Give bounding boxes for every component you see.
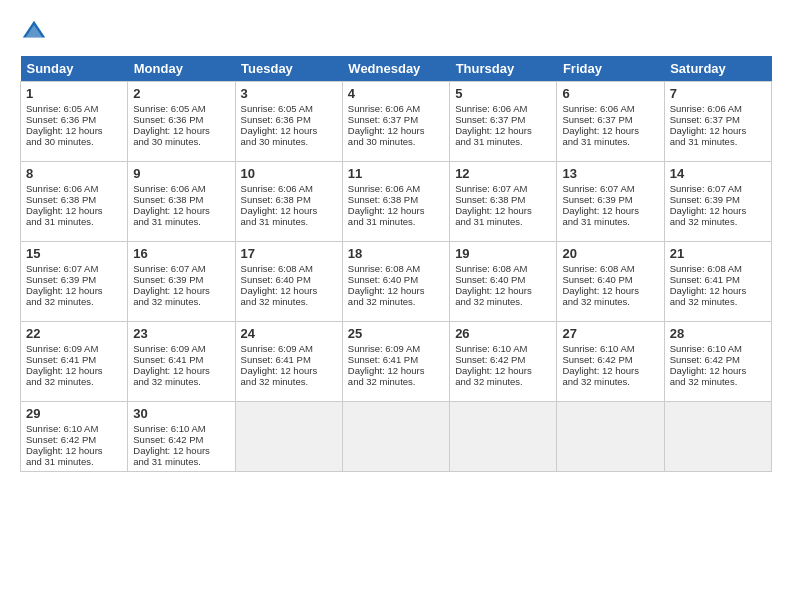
day-number: 15: [26, 246, 122, 261]
cell-info: Sunrise: 6:09 AM: [133, 343, 229, 354]
day-number: 1: [26, 86, 122, 101]
cell-info: Sunset: 6:38 PM: [455, 194, 551, 205]
day-number: 7: [670, 86, 766, 101]
day-number: 21: [670, 246, 766, 261]
day-number: 14: [670, 166, 766, 181]
cell-info: Daylight: 12 hours: [26, 205, 122, 216]
cell-info: Daylight: 12 hours: [455, 285, 551, 296]
cell-info: Sunrise: 6:05 AM: [133, 103, 229, 114]
cell-info: Sunset: 6:39 PM: [562, 194, 658, 205]
cell-info: Sunrise: 6:10 AM: [562, 343, 658, 354]
cell-info: and 31 minutes.: [133, 216, 229, 227]
calendar-cell: [450, 402, 557, 472]
calendar-cell: 10Sunrise: 6:06 AMSunset: 6:38 PMDayligh…: [235, 162, 342, 242]
week-row-3: 15Sunrise: 6:07 AMSunset: 6:39 PMDayligh…: [21, 242, 772, 322]
cell-info: and 32 minutes.: [562, 376, 658, 387]
week-row-4: 22Sunrise: 6:09 AMSunset: 6:41 PMDayligh…: [21, 322, 772, 402]
calendar-cell: 18Sunrise: 6:08 AMSunset: 6:40 PMDayligh…: [342, 242, 449, 322]
calendar-cell: 24Sunrise: 6:09 AMSunset: 6:41 PMDayligh…: [235, 322, 342, 402]
cell-info: Daylight: 12 hours: [133, 285, 229, 296]
cell-info: Daylight: 12 hours: [562, 205, 658, 216]
calendar-cell: 2Sunrise: 6:05 AMSunset: 6:36 PMDaylight…: [128, 82, 235, 162]
calendar-cell: 28Sunrise: 6:10 AMSunset: 6:42 PMDayligh…: [664, 322, 771, 402]
calendar-cell: 1Sunrise: 6:05 AMSunset: 6:36 PMDaylight…: [21, 82, 128, 162]
logo-icon: [20, 18, 48, 46]
cell-info: Sunrise: 6:06 AM: [348, 103, 444, 114]
cell-info: Daylight: 12 hours: [348, 125, 444, 136]
cell-info: Sunrise: 6:06 AM: [670, 103, 766, 114]
cell-info: Sunrise: 6:07 AM: [670, 183, 766, 194]
cell-info: Sunset: 6:42 PM: [670, 354, 766, 365]
cell-info: and 30 minutes.: [133, 136, 229, 147]
cell-info: and 32 minutes.: [26, 376, 122, 387]
calendar-cell: 15Sunrise: 6:07 AMSunset: 6:39 PMDayligh…: [21, 242, 128, 322]
cell-info: and 32 minutes.: [26, 296, 122, 307]
cell-info: Daylight: 12 hours: [241, 205, 337, 216]
day-header-sunday: Sunday: [21, 56, 128, 82]
cell-info: Daylight: 12 hours: [241, 365, 337, 376]
cell-info: and 31 minutes.: [562, 136, 658, 147]
cell-info: Daylight: 12 hours: [348, 205, 444, 216]
cell-info: Sunset: 6:42 PM: [562, 354, 658, 365]
cell-info: Daylight: 12 hours: [455, 365, 551, 376]
cell-info: Daylight: 12 hours: [133, 205, 229, 216]
cell-info: and 32 minutes.: [348, 296, 444, 307]
cell-info: Sunset: 6:38 PM: [133, 194, 229, 205]
cell-info: and 32 minutes.: [455, 296, 551, 307]
day-header-saturday: Saturday: [664, 56, 771, 82]
day-number: 18: [348, 246, 444, 261]
cell-info: Sunset: 6:39 PM: [133, 274, 229, 285]
day-number: 13: [562, 166, 658, 181]
calendar-cell: 8Sunrise: 6:06 AMSunset: 6:38 PMDaylight…: [21, 162, 128, 242]
cell-info: and 32 minutes.: [670, 216, 766, 227]
calendar-cell: 29Sunrise: 6:10 AMSunset: 6:42 PMDayligh…: [21, 402, 128, 472]
cell-info: and 31 minutes.: [455, 136, 551, 147]
cell-info: Sunrise: 6:06 AM: [241, 183, 337, 194]
calendar-cell: [342, 402, 449, 472]
cell-info: Sunrise: 6:10 AM: [670, 343, 766, 354]
calendar-cell: 19Sunrise: 6:08 AMSunset: 6:40 PMDayligh…: [450, 242, 557, 322]
cell-info: Sunset: 6:42 PM: [26, 434, 122, 445]
cell-info: and 31 minutes.: [241, 216, 337, 227]
day-number: 4: [348, 86, 444, 101]
day-number: 9: [133, 166, 229, 181]
calendar-cell: 3Sunrise: 6:05 AMSunset: 6:36 PMDaylight…: [235, 82, 342, 162]
day-header-wednesday: Wednesday: [342, 56, 449, 82]
cell-info: Sunrise: 6:07 AM: [133, 263, 229, 274]
cell-info: and 32 minutes.: [348, 376, 444, 387]
cell-info: and 32 minutes.: [241, 376, 337, 387]
header-row: SundayMondayTuesdayWednesdayThursdayFrid…: [21, 56, 772, 82]
cell-info: Daylight: 12 hours: [26, 125, 122, 136]
calendar-cell: 12Sunrise: 6:07 AMSunset: 6:38 PMDayligh…: [450, 162, 557, 242]
calendar-cell: [557, 402, 664, 472]
day-number: 10: [241, 166, 337, 181]
cell-info: Sunrise: 6:08 AM: [348, 263, 444, 274]
calendar-cell: 30Sunrise: 6:10 AMSunset: 6:42 PMDayligh…: [128, 402, 235, 472]
day-number: 12: [455, 166, 551, 181]
cell-info: Sunset: 6:37 PM: [455, 114, 551, 125]
cell-info: and 32 minutes.: [133, 296, 229, 307]
day-number: 3: [241, 86, 337, 101]
cell-info: Daylight: 12 hours: [670, 205, 766, 216]
day-number: 20: [562, 246, 658, 261]
cell-info: Daylight: 12 hours: [455, 125, 551, 136]
cell-info: Daylight: 12 hours: [670, 285, 766, 296]
day-number: 17: [241, 246, 337, 261]
calendar-cell: 22Sunrise: 6:09 AMSunset: 6:41 PMDayligh…: [21, 322, 128, 402]
day-number: 29: [26, 406, 122, 421]
day-number: 19: [455, 246, 551, 261]
day-header-monday: Monday: [128, 56, 235, 82]
cell-info: Sunset: 6:41 PM: [133, 354, 229, 365]
logo: [20, 18, 52, 46]
cell-info: Sunrise: 6:06 AM: [26, 183, 122, 194]
calendar-cell: [235, 402, 342, 472]
cell-info: Sunrise: 6:06 AM: [133, 183, 229, 194]
day-number: 5: [455, 86, 551, 101]
cell-info: and 31 minutes.: [133, 456, 229, 467]
calendar-cell: 11Sunrise: 6:06 AMSunset: 6:38 PMDayligh…: [342, 162, 449, 242]
day-number: 2: [133, 86, 229, 101]
calendar-cell: 9Sunrise: 6:06 AMSunset: 6:38 PMDaylight…: [128, 162, 235, 242]
cell-info: and 32 minutes.: [562, 296, 658, 307]
cell-info: Sunset: 6:37 PM: [562, 114, 658, 125]
cell-info: Sunrise: 6:08 AM: [670, 263, 766, 274]
